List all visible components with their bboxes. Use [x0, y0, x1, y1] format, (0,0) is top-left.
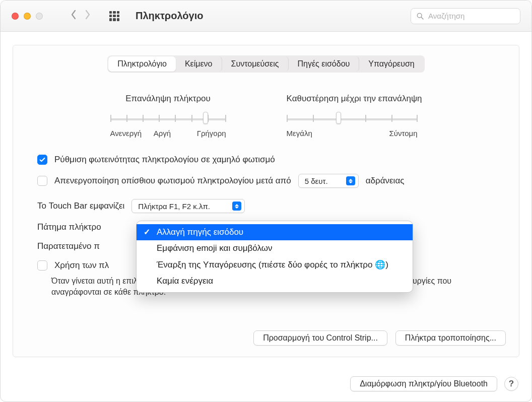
- modifier-keys-button[interactable]: Πλήκτρα τροποποίησης...: [395, 330, 506, 346]
- select-backlight-timeout[interactable]: 5 δευτ.: [298, 174, 359, 188]
- select-touchbar-shows[interactable]: Πλήκτρα F1, F2 κ.λπ.: [131, 199, 245, 213]
- tab-text[interactable]: Κείμενο: [176, 56, 222, 72]
- forward-button[interactable]: [82, 10, 93, 23]
- preferences-window: Πληκτρολόγιο Πληκτρολόγιο Κείμενο Συντομ…: [0, 0, 532, 402]
- help-button[interactable]: ?: [504, 377, 518, 391]
- window-title: Πληκτρολόγιο: [136, 10, 406, 22]
- checkbox-turn-off-backlight[interactable]: [37, 176, 47, 186]
- backlight-timeout-value: 5 δευτ.: [305, 177, 328, 185]
- label-use-fkeys-prefix: Χρήση των πλ: [54, 260, 109, 271]
- key-repeat-off-label: Ανενεργή: [110, 129, 142, 138]
- window-controls: [12, 13, 43, 20]
- panel-bottom-buttons: Προσαρμογή του Control Strip... Πλήκτρα …: [253, 330, 506, 346]
- keyboard-panel: Πληκτρολόγιο Κείμενο Συντομεύσεις Πηγές …: [13, 45, 519, 357]
- label-turn-off-backlight: Απενεργοποίηση οπίσθιου φωτισμού πληκτρο…: [54, 176, 291, 186]
- updown-icon: [232, 202, 241, 211]
- delay-title: Καθυστέρηση μέχρι την επανάληψη: [287, 94, 422, 104]
- search-icon: [416, 12, 424, 20]
- row-turn-off-backlight: Απενεργοποίηση οπίσθιου φωτισμού πληκτρο…: [37, 174, 495, 188]
- window-footer: Διαμόρφωση πληκτρ/γίου Bluetooth ?: [350, 376, 518, 391]
- delay-short-label: Σύντομη: [389, 129, 418, 138]
- minimize-window-button[interactable]: [24, 13, 31, 20]
- titlebar: Πληκτρολόγιο: [1, 1, 531, 32]
- sliders-row: Επανάληψη πλήκτρου Ανενεργή Αργή Γρήγορη: [13, 94, 519, 138]
- label-hold-fn: Παρατεταμένο π: [37, 241, 100, 251]
- delay-long-label: Μεγάλη: [287, 129, 312, 138]
- tab-keyboard[interactable]: Πληκτρολόγιο: [108, 56, 176, 72]
- tab-input-sources[interactable]: Πηγές εισόδου: [289, 56, 360, 72]
- key-repeat-fast-label: Γρήγορη: [197, 129, 226, 138]
- show-all-prefs-button[interactable]: [109, 11, 119, 21]
- key-repeat-slider[interactable]: [110, 113, 226, 124]
- delay-group: Καθυστέρηση μέχρι την επανάληψη Μεγάλη Σ…: [287, 94, 422, 138]
- close-window-button[interactable]: [12, 13, 19, 20]
- customize-control-strip-button[interactable]: Προσαρμογή του Control Strip...: [253, 330, 387, 346]
- zoom-window-button[interactable]: [36, 13, 43, 20]
- tab-shortcuts[interactable]: Συντομεύσεις: [222, 56, 289, 72]
- row-touchbar-shows: Το Touch Bar εμφανίζει Πλήκτρα F1, F2 κ.…: [37, 199, 495, 213]
- delay-labels: Μεγάλη Σύντομη: [287, 129, 418, 138]
- checkmark-icon: [39, 156, 46, 163]
- svg-line-1: [421, 17, 423, 19]
- chevron-right-icon: [85, 10, 91, 20]
- fn-action-popup: Αλλαγή πηγής εισόδου Εμφάνιση emoji και …: [136, 221, 413, 293]
- updown-icon: [346, 176, 355, 185]
- label-adjust-brightness: Ρύθμιση φωτεινότητας πληκτρολογίου σε χα…: [54, 155, 275, 165]
- search-input[interactable]: [428, 12, 524, 20]
- back-button[interactable]: [68, 10, 79, 23]
- popup-item-start-dictation[interactable]: Έναρξη της Υπαγόρευσης (πιέστε δύο φορές…: [137, 256, 413, 273]
- tabs-container: Πληκτρολόγιο Κείμενο Συντομεύσεις Πηγές …: [13, 55, 519, 73]
- touchbar-shows-value: Πλήκτρα F1, F2 κ.λπ.: [138, 202, 210, 211]
- bluetooth-keyboard-button[interactable]: Διαμόρφωση πληκτρ/γίου Bluetooth: [350, 376, 497, 391]
- label-idle-suffix: αδράνειας: [366, 176, 405, 186]
- search-field[interactable]: [411, 8, 520, 24]
- history-nav: [68, 10, 93, 23]
- label-touchbar-shows: Το Touch Bar εμφανίζει: [37, 201, 124, 211]
- tabbar: Πληκτρολόγιο Κείμενο Συντομεύσεις Πηγές …: [107, 55, 424, 73]
- label-press-fn: Πάτημα πλήκτρο: [37, 222, 101, 232]
- popup-item-change-input[interactable]: Αλλαγή πηγής εισόδου: [137, 224, 413, 240]
- key-repeat-slow-label: Αργή: [154, 129, 171, 138]
- delay-slider[interactable]: [287, 113, 418, 124]
- popup-item-show-emoji[interactable]: Εμφάνιση emoji και συμβόλων: [137, 240, 413, 256]
- checkbox-use-fkeys[interactable]: [37, 260, 47, 271]
- row-adjust-brightness: Ρύθμιση φωτεινότητας πληκτρολογίου σε χα…: [37, 155, 495, 165]
- tab-dictation[interactable]: Υπαγόρευση: [359, 56, 423, 72]
- key-repeat-title: Επανάληψη πλήκτρου: [110, 94, 226, 104]
- popup-item-no-action[interactable]: Καμία ενέργεια: [137, 273, 413, 289]
- checkbox-adjust-brightness[interactable]: [37, 155, 47, 165]
- key-repeat-labels: Ανενεργή Αργή Γρήγορη: [110, 129, 226, 138]
- chevron-left-icon: [71, 10, 77, 20]
- key-repeat-group: Επανάληψη πλήκτρου Ανενεργή Αργή Γρήγορη: [110, 94, 226, 138]
- content-area: Πληκτρολόγιο Κείμενο Συντομεύσεις Πηγές …: [1, 32, 531, 402]
